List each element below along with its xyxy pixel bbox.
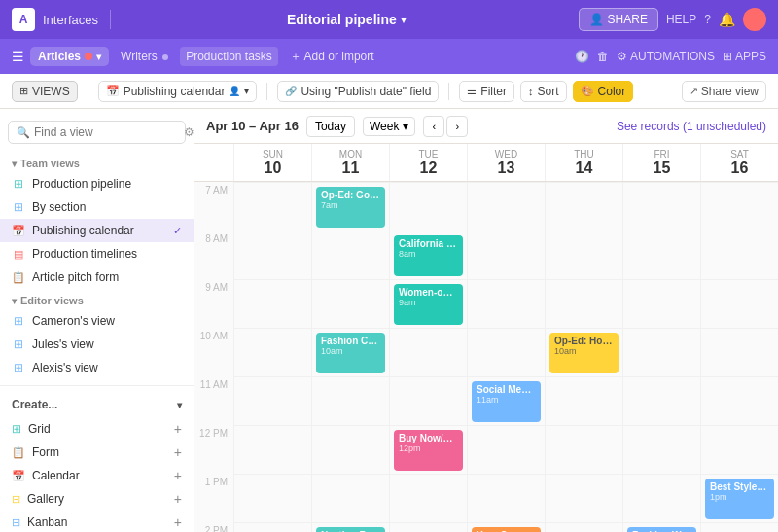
- clock-icon[interactable]: 🕐: [575, 50, 589, 63]
- create-kanban-icon: ⊟: [12, 516, 20, 529]
- calendar-event[interactable]: Op-Ed: Google and...7am: [316, 187, 385, 228]
- production-tasks-tab[interactable]: Production tasks: [180, 47, 278, 66]
- nav-arrows: ‹ ›: [423, 116, 468, 137]
- hamburger-icon[interactable]: ☰: [12, 49, 24, 64]
- using-publish-date-button[interactable]: 🔗 Using "Publish date" field: [277, 81, 439, 102]
- sidebar-item-production-pipeline[interactable]: ⊞ Production pipeline: [0, 172, 194, 195]
- color-button[interactable]: 🎨 Color: [573, 81, 634, 102]
- hour-line: [701, 279, 778, 328]
- time-label: 7 AM: [194, 182, 233, 231]
- calendar-event[interactable]: Fashion Weeks Bal...2pm: [627, 527, 696, 532]
- help-button[interactable]: HELP: [666, 13, 696, 26]
- today-button[interactable]: Today: [306, 116, 355, 137]
- user-avatar[interactable]: [743, 8, 766, 31]
- gallery-plus-icon[interactable]: +: [174, 491, 182, 507]
- writers-dot-icon: [162, 54, 168, 60]
- search-input[interactable]: [34, 125, 180, 139]
- interfaces-label: Interfaces: [43, 13, 98, 27]
- week-selector[interactable]: Week ▾: [363, 117, 415, 136]
- logo-letter: A: [19, 13, 28, 26]
- gear-icon[interactable]: ⚙: [184, 125, 194, 139]
- sidebar-item-jules-view[interactable]: ⊞ Jules's view: [0, 333, 194, 356]
- create-calendar[interactable]: 📅 Calendar +: [0, 464, 194, 487]
- hour-line: [234, 376, 311, 425]
- hour-line: [546, 474, 622, 522]
- hour-line: [623, 474, 700, 522]
- sidebar-item-camerons-view[interactable]: ⊞ Cameron's view: [0, 309, 194, 333]
- color-icon: 🎨: [581, 85, 594, 97]
- help-icon[interactable]: ?: [704, 13, 711, 26]
- calendar-event[interactable]: Your Sneak Peek at...2pm: [472, 527, 541, 532]
- event-title: Women-owned Bra...: [399, 287, 458, 298]
- hour-line: [623, 279, 700, 328]
- calendar-event[interactable]: Buy Now/Pay Later ...12pm: [394, 430, 463, 471]
- calendar-event[interactable]: Fashion Collaborati...10am: [316, 333, 385, 373]
- share-view-button[interactable]: ↗ Share view: [682, 81, 766, 102]
- calendar-event[interactable]: Op-Ed: How Lockd...10am: [549, 333, 619, 373]
- toolbar-separator-1: [88, 83, 88, 100]
- see-records-link[interactable]: See records (1 unscheduled): [617, 120, 766, 133]
- create-kanban[interactable]: ⊟ Kanban +: [0, 511, 194, 532]
- hour-line: [701, 328, 778, 376]
- create-form[interactable]: 📋 Form +: [0, 441, 194, 464]
- team-views-arrow-icon: ▾: [12, 159, 17, 169]
- sidebar-item-alexis-view[interactable]: ⊞ Alexis's view: [0, 356, 194, 379]
- grid-plus-icon[interactable]: +: [174, 421, 182, 437]
- automations-button[interactable]: ⚙ AUTOMATIONS: [617, 50, 715, 63]
- day-column: Fashion Weeks Bal...2pm: [622, 182, 700, 532]
- calendar-event[interactable]: Best Style Release...1pm: [705, 479, 774, 519]
- add-or-import-tab[interactable]: ＋ Add or import: [284, 46, 380, 68]
- share-button[interactable]: 👤 SHARE: [579, 8, 658, 31]
- next-arrow[interactable]: ›: [446, 116, 468, 137]
- create-gallery[interactable]: ⊟ Gallery +: [0, 487, 194, 511]
- views-button[interactable]: ⊞ VIEWS: [12, 81, 78, 102]
- sidebar-item-publishing-calendar[interactable]: 📅 Publishing calendar ✓: [0, 219, 194, 242]
- day-column: Op-Ed: Google and...7amFashion Collabora…: [311, 182, 389, 532]
- hour-line: [546, 231, 622, 279]
- team-views-section[interactable]: ▾ Team views: [0, 152, 194, 172]
- create-section[interactable]: Create... ▾: [0, 392, 194, 417]
- calendar-icon: 📅: [106, 85, 120, 97]
- calendar-event[interactable]: Nesting Remains Pr...2pm: [316, 527, 385, 532]
- form-plus-icon[interactable]: +: [174, 444, 182, 460]
- create-grid-icon: ⊞: [12, 422, 21, 436]
- event-title: California Gas Pric...: [399, 238, 458, 249]
- top-header: A Interfaces Editorial pipeline ▾ 👤 SHAR…: [0, 0, 778, 39]
- prev-arrow[interactable]: ‹: [423, 116, 444, 137]
- writers-tab[interactable]: Writers: [115, 47, 174, 66]
- hour-line: [701, 182, 778, 231]
- filter-button[interactable]: ⚌ Filter: [459, 81, 514, 102]
- hour-line: [390, 182, 467, 231]
- kanban-plus-icon[interactable]: +: [174, 514, 182, 530]
- apps-grid-icon: ⊞: [723, 50, 732, 63]
- articles-tab[interactable]: Articles ▾: [30, 47, 109, 66]
- trash-icon[interactable]: 🗑: [597, 50, 609, 63]
- grid3-icon: ⊞: [12, 314, 25, 328]
- hour-line: [546, 425, 622, 474]
- create-calendar-icon: 📅: [12, 470, 25, 482]
- editor-views-section[interactable]: ▾ Editor views: [0, 289, 194, 309]
- sort-button[interactable]: ↕ Sort: [520, 81, 567, 102]
- day-column: [233, 182, 311, 532]
- event-title: Buy Now/Pay Later ...: [399, 433, 458, 443]
- sidebar: 🔍 ⚙ ▾ Team views ⊞ Production pipeline ⊞…: [0, 109, 194, 532]
- sidebar-item-article-pitch-form[interactable]: 📋 Article pitch form: [0, 266, 194, 289]
- hour-line: [468, 328, 545, 376]
- calendar-plus-icon[interactable]: +: [174, 468, 182, 483]
- bell-icon[interactable]: 🔔: [719, 12, 735, 27]
- sidebar-item-production-timelines[interactable]: ▤ Production timelines: [0, 242, 194, 266]
- dropdown-arrow-icon[interactable]: ▾: [401, 14, 407, 26]
- calendar-event[interactable]: Social Media Apps ...11am: [472, 381, 541, 422]
- calendar-event[interactable]: Women-owned Bra...9am: [394, 284, 463, 325]
- hour-line: [234, 425, 311, 474]
- event-time: 11am: [477, 395, 536, 405]
- sidebar-item-by-section[interactable]: ⊞ By section: [0, 195, 194, 219]
- toolbar-separator-2: [266, 83, 267, 100]
- calendar-event[interactable]: California Gas Pric...8am: [394, 235, 463, 276]
- apps-button[interactable]: ⊞ APPS: [723, 50, 766, 63]
- header-right: 👤 SHARE HELP ? 🔔: [579, 8, 766, 31]
- publishing-calendar-button[interactable]: 📅 Publishing calendar 👤 ▾: [98, 81, 258, 102]
- hour-line: [234, 231, 311, 279]
- calendar-sidebar-icon: 📅: [12, 224, 25, 237]
- create-grid[interactable]: ⊞ Grid +: [0, 417, 194, 441]
